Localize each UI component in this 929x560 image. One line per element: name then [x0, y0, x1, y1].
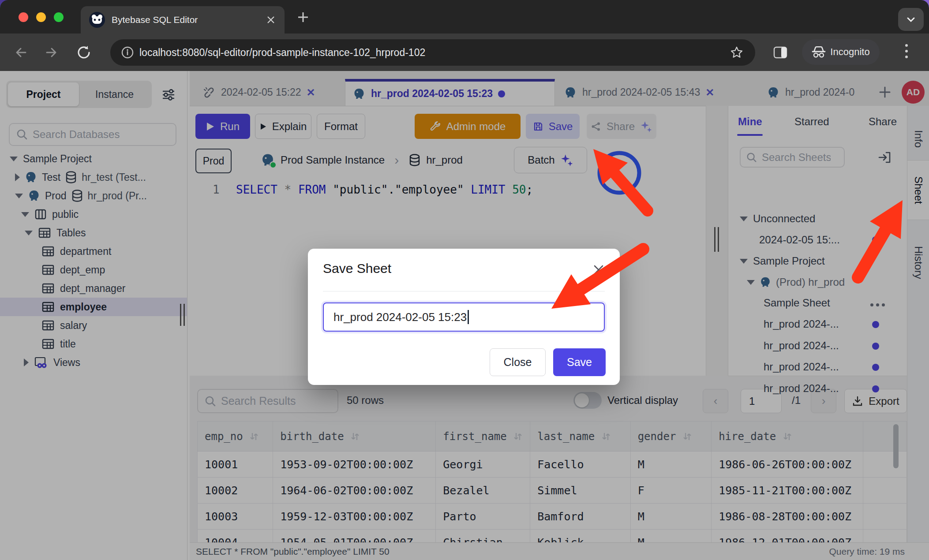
- save-sheet-dialog: Save Sheet hr_prod 2024-02-05 15:23 Clos…: [308, 249, 620, 385]
- address-bar[interactable]: localhost:8080/sql-editor/prod-sample-in…: [110, 39, 755, 66]
- zoom-window-button[interactable]: [54, 12, 64, 22]
- incognito-label: Incognito: [830, 46, 869, 58]
- tab-search-button[interactable]: [898, 8, 924, 31]
- new-tab-button[interactable]: [296, 11, 310, 24]
- back-icon[interactable]: [13, 45, 28, 60]
- close-window-button[interactable]: [19, 12, 28, 22]
- text-cursor: [468, 310, 469, 324]
- bookmark-star-icon[interactable]: [730, 45, 744, 60]
- browser-tab[interactable]: Bytebase SQL Editor: [81, 6, 285, 34]
- reload-icon[interactable]: [76, 45, 92, 60]
- titlebar: Bytebase SQL Editor: [0, 0, 929, 34]
- side-panel-icon[interactable]: [773, 45, 788, 60]
- incognito-icon: [812, 45, 826, 59]
- dialog-close-button[interactable]: Close: [490, 348, 546, 376]
- browser-menu-icon[interactable]: [905, 44, 908, 61]
- dialog-title: Save Sheet: [323, 261, 391, 276]
- chevron-down-icon: [905, 13, 917, 26]
- site-info-icon[interactable]: [121, 46, 134, 59]
- bytebase-favicon: [89, 11, 105, 28]
- close-button-label: Close: [504, 356, 532, 369]
- incognito-badge: Incognito: [802, 39, 880, 65]
- minimize-window-button[interactable]: [36, 12, 46, 22]
- forward-icon[interactable]: [44, 45, 59, 60]
- browser-tab-title: Bytebase SQL Editor: [112, 15, 266, 25]
- dialog-close-icon[interactable]: [592, 264, 605, 276]
- url-text: localhost:8080/sql-editor/prod-sample-in…: [139, 47, 730, 59]
- save-button-label: Save: [567, 356, 592, 369]
- dialog-save-button[interactable]: Save: [553, 348, 606, 376]
- sheet-name-value: hr_prod 2024-02-05 15:23: [333, 310, 467, 324]
- close-tab-icon[interactable]: [266, 15, 276, 25]
- browser-window: Bytebase SQL Editor: [0, 0, 929, 560]
- dialog-divider: [323, 291, 605, 291]
- sheet-name-input[interactable]: hr_prod 2024-02-05 15:23: [323, 302, 605, 332]
- browser-toolbar: localhost:8080/sql-editor/prod-sample-in…: [0, 34, 929, 71]
